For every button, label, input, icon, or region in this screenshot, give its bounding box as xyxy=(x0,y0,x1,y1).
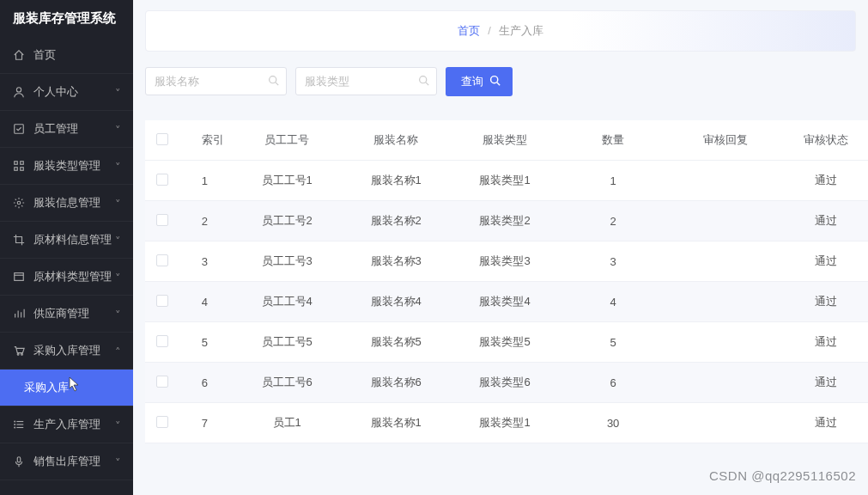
svg-line-23 xyxy=(276,82,278,85)
table-row[interactable]: 5员工工号5服装名称5服装类型55通过 xyxy=(145,322,868,363)
svg-rect-3 xyxy=(21,162,24,165)
sidebar-item-7[interactable]: 供应商管理 xyxy=(0,296,133,333)
crop-icon xyxy=(13,234,25,246)
table-row[interactable]: 4员工工号4服装名称4服装类型44通过 xyxy=(145,282,868,322)
chevron-up-icon xyxy=(115,346,121,356)
col-header: 服装类型 xyxy=(451,120,560,161)
query-button[interactable]: 查询 xyxy=(446,67,513,96)
svg-line-27 xyxy=(497,82,500,85)
cell-emp: 员工工号6 xyxy=(233,363,342,403)
table-header-row: 索引员工工号服装名称服装类型数量审核回复审核状态 xyxy=(145,120,868,161)
sidebar-item-label: 供应商管理 xyxy=(33,306,116,321)
filter-bar: 查询 xyxy=(133,52,868,105)
cell-name: 服装名称1 xyxy=(342,403,451,443)
row-checkbox[interactable] xyxy=(145,363,179,403)
sidebar-item-label: 原材料信息管理 xyxy=(33,232,116,248)
menu: 首页个人中心员工管理服装类型管理服装信息管理原材料信息管理原材料类型管理供应商管… xyxy=(0,37,133,495)
sidebar-item-11[interactable]: 销售出库管理 xyxy=(0,443,133,480)
chevron-down-icon xyxy=(115,88,121,97)
mic-icon xyxy=(13,455,25,468)
cell-type: 服装类型5 xyxy=(451,322,560,363)
cell-idx: 7 xyxy=(179,403,233,443)
cell-qty: 3 xyxy=(560,241,667,282)
cell-qty: 30 xyxy=(560,403,667,443)
window-icon xyxy=(13,271,25,283)
chevron-down-icon xyxy=(115,457,121,467)
cell-status: 通过 xyxy=(784,161,868,201)
cell-name: 服装名称6 xyxy=(342,363,451,403)
sidebar-item-10[interactable]: 生产入库管理 xyxy=(0,406,133,443)
cell-status: 通过 xyxy=(784,363,868,403)
sidebar-item-2[interactable]: 员工管理 xyxy=(0,111,133,148)
sidebar-item-label: 服装类型管理 xyxy=(33,158,116,174)
grid-icon xyxy=(13,160,25,172)
sidebar-item-0[interactable]: 首页 xyxy=(0,37,133,74)
cell-name: 服装名称2 xyxy=(342,201,451,241)
row-checkbox[interactable] xyxy=(145,241,179,282)
sidebar-item-label: 销售出库管理 xyxy=(33,454,116,469)
cell-emp: 员工工号3 xyxy=(233,241,342,282)
bars-icon xyxy=(13,308,25,320)
cell-reply xyxy=(667,201,784,241)
filter-name-input[interactable] xyxy=(145,67,287,95)
col-header: 员工工号 xyxy=(233,120,342,161)
cell-reply xyxy=(667,322,784,363)
table-row[interactable]: 6员工工号6服装名称6服装类型66通过 xyxy=(145,363,868,403)
svg-point-20 xyxy=(15,427,15,428)
table-row[interactable]: 7员工1服装名称1服装类型130通过 xyxy=(145,403,868,443)
home-icon xyxy=(13,49,25,61)
header-checkbox[interactable] xyxy=(145,120,179,161)
table-row[interactable]: 1员工工号1服装名称1服装类型11通过 xyxy=(145,161,868,201)
row-checkbox[interactable] xyxy=(145,161,179,201)
svg-point-14 xyxy=(21,354,23,356)
cell-reply xyxy=(667,282,784,322)
list-icon xyxy=(13,419,25,431)
sidebar-item-label: 生产入库管理 xyxy=(33,417,116,432)
row-checkbox[interactable] xyxy=(145,201,179,241)
sidebar-item-3[interactable]: 服装类型管理 xyxy=(0,148,133,185)
cell-reply xyxy=(667,403,784,443)
row-checkbox[interactable] xyxy=(145,282,179,322)
filter-type-wrap xyxy=(295,67,437,96)
cell-type: 服装类型1 xyxy=(451,161,560,201)
data-table: 索引员工工号服装名称服装类型数量审核回复审核状态 1员工工号1服装名称1服装类型… xyxy=(145,120,868,443)
sidebar-item-8[interactable]: 采购入库管理 xyxy=(0,333,133,370)
svg-rect-21 xyxy=(17,457,21,462)
cell-idx: 5 xyxy=(179,322,233,363)
col-header: 索引 xyxy=(179,120,233,161)
cell-status: 通过 xyxy=(784,403,868,443)
cell-type: 服装类型2 xyxy=(451,201,560,241)
sidebar-item-5[interactable]: 原材料信息管理 xyxy=(0,222,133,259)
sidebar-item-4[interactable]: 服装信息管理 xyxy=(0,185,133,222)
gear-icon xyxy=(13,197,25,209)
check-square-icon xyxy=(13,123,25,135)
sidebar: 服装库存管理系统 首页个人中心员工管理服装类型管理服装信息管理原材料信息管理原材… xyxy=(0,0,133,495)
user-icon xyxy=(13,86,25,98)
cell-idx: 3 xyxy=(179,241,233,282)
table-row[interactable]: 3员工工号3服装名称3服装类型33通过 xyxy=(145,241,868,282)
cell-reply xyxy=(667,161,784,201)
chevron-down-icon xyxy=(115,162,121,171)
chevron-down-icon xyxy=(115,309,121,319)
svg-point-24 xyxy=(420,76,427,83)
svg-rect-5 xyxy=(21,168,24,171)
sidebar-item-9[interactable]: 采购入库 xyxy=(0,370,133,406)
filter-type-input[interactable] xyxy=(295,67,437,95)
cell-type: 服装类型4 xyxy=(451,282,560,322)
table-row[interactable]: 2员工工号2服装名称2服装类型22通过 xyxy=(145,201,868,241)
row-checkbox[interactable] xyxy=(145,403,179,443)
row-checkbox[interactable] xyxy=(145,322,179,363)
col-header: 审核回复 xyxy=(667,120,784,161)
cell-name: 服装名称3 xyxy=(342,241,451,282)
svg-point-19 xyxy=(15,425,15,425)
breadcrumb-home[interactable]: 首页 xyxy=(458,24,480,37)
chevron-down-icon xyxy=(115,420,121,430)
sidebar-item-1[interactable]: 个人中心 xyxy=(0,74,133,111)
cell-name: 服装名称4 xyxy=(342,282,451,322)
cell-idx: 1 xyxy=(179,161,233,201)
cell-idx: 2 xyxy=(179,201,233,241)
sidebar-item-6[interactable]: 原材料类型管理 xyxy=(0,259,133,296)
svg-rect-4 xyxy=(15,168,18,171)
cell-idx: 4 xyxy=(179,282,233,322)
svg-rect-2 xyxy=(15,162,18,165)
